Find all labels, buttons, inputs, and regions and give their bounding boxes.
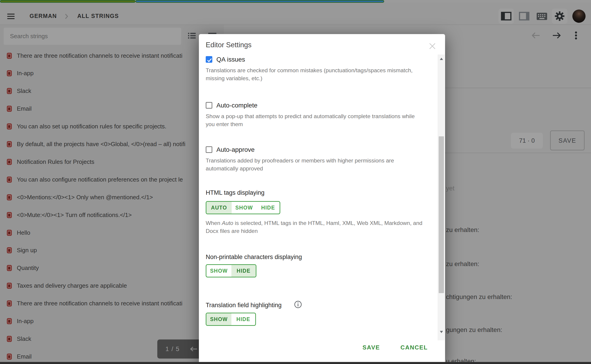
- non-printable-option-hide[interactable]: HIDE: [231, 265, 256, 277]
- qa-issues-description: Translations are checked for common mist…: [206, 66, 413, 82]
- scroll-up-icon[interactable]: [440, 58, 443, 60]
- modal-scrollbar[interactable]: [438, 55, 445, 340]
- editor-settings-modal: Editor Settings QA issues Translations a…: [199, 34, 445, 364]
- auto-complete-checkbox[interactable]: [206, 102, 212, 109]
- modal-title: Editor Settings: [206, 41, 252, 49]
- modal-actions: SAVE CANCEL: [360, 343, 430, 352]
- field-highlighting-heading: Translation field highlighting: [206, 302, 282, 309]
- auto-complete-label[interactable]: Auto-complete: [217, 102, 257, 109]
- info-icon[interactable]: [294, 300, 302, 309]
- field-highlighting-option-show[interactable]: SHOW: [206, 313, 231, 325]
- qa-issues-label[interactable]: QA issues: [217, 56, 245, 63]
- qa-issues-checkbox[interactable]: [206, 56, 212, 63]
- field-highlighting-option-hide[interactable]: HIDE: [231, 313, 255, 325]
- auto-approve-description: Translations added by proofreaders or me…: [206, 156, 394, 172]
- html-tags-heading: HTML tags displaying: [206, 189, 265, 196]
- non-printable-toggle: SHOW HIDE: [206, 264, 256, 277]
- html-tags-description: When Auto is selected, HTML tags in the …: [206, 219, 422, 235]
- html-tags-toggle: AUTO SHOW HIDE: [206, 201, 280, 214]
- html-tags-option-auto[interactable]: AUTO: [206, 202, 232, 214]
- html-tags-option-show[interactable]: SHOW: [232, 202, 257, 214]
- html-tags-option-hide[interactable]: HIDE: [257, 202, 280, 214]
- close-icon[interactable]: [428, 42, 436, 50]
- bottom-edge-strip: [0, 362, 591, 364]
- scroll-down-icon[interactable]: [440, 331, 443, 333]
- auto-approve-checkbox[interactable]: [206, 146, 212, 153]
- auto-approve-label[interactable]: Auto-approve: [217, 146, 255, 153]
- non-printable-heading: Non-printable characters displaying: [206, 254, 302, 261]
- auto-complete-description: Show a pop-up that attempts to predict a…: [206, 112, 415, 128]
- non-printable-option-show[interactable]: SHOW: [206, 265, 231, 277]
- modal-save-button[interactable]: SAVE: [360, 343, 382, 352]
- modal-cancel-button[interactable]: CANCEL: [398, 343, 430, 352]
- scrollbar-thumb[interactable]: [439, 136, 444, 293]
- field-highlighting-toggle: SHOW HIDE: [206, 313, 256, 326]
- app-screen: GERMAN ALL STRINGS: [0, 0, 591, 364]
